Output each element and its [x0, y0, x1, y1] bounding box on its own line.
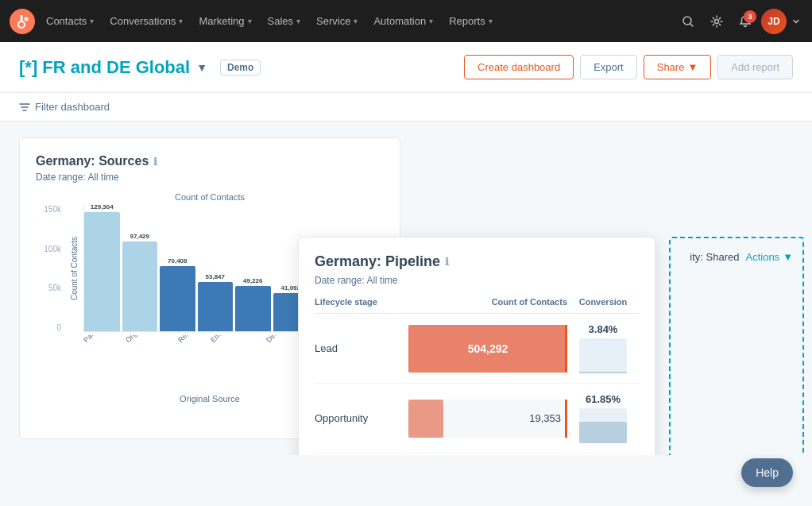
nav-chevron: ▾	[248, 17, 252, 25]
bar-col-3[interactable]: 53,847	[198, 273, 234, 331]
sources-info-icon[interactable]: ℹ	[153, 156, 157, 168]
pipeline-chart-title: Germany: Pipeline ℹ	[315, 253, 639, 270]
col-count: Count of Contacts	[408, 294, 567, 314]
page-title: [*] FR and DE Global ▼ Demo	[19, 57, 261, 78]
col-conversion: Conversion	[567, 294, 639, 314]
hubspot-logo[interactable]	[10, 9, 35, 34]
page-title-text: [*] FR and DE Global	[19, 57, 190, 78]
add-report-button[interactable]: Add report	[717, 55, 793, 79]
main-content: ity: Shared Actions ▼ Germany: Sources ℹ…	[0, 122, 812, 455]
page-title-dropdown[interactable]: ▼	[196, 61, 207, 74]
pipeline-row-0: Lead504,2923.84%	[315, 314, 639, 384]
nav-chevron: ▾	[489, 17, 493, 25]
nav-chevron: ▾	[429, 17, 433, 25]
filter-dashboard-button[interactable]: Filter dashboard	[19, 101, 110, 113]
nav-item-marketing[interactable]: Marketing▾	[191, 10, 259, 32]
bar-col-4[interactable]: 49,226	[235, 277, 271, 331]
share-button[interactable]: Share ▼	[644, 55, 712, 79]
svg-point-1	[25, 17, 27, 19]
nav-container: Contacts▾Conversations▾Marketing▾Sales▾S…	[38, 10, 501, 32]
header-actions: Create dashboard Export Share ▼ Add repo…	[464, 55, 793, 79]
pipeline-table: Lifecycle stage Count of Contacts Conver…	[315, 294, 639, 455]
col-lifecycle: Lifecycle stage	[315, 294, 408, 314]
demo-badge: Demo	[220, 60, 261, 75]
pipeline-chart-card: Germany: Pipeline ℹ Date range: All time…	[298, 237, 655, 455]
navbar: Contacts▾Conversations▾Marketing▾Sales▾S…	[0, 0, 812, 42]
nav-chevron: ▾	[354, 17, 358, 25]
page-header: [*] FR and DE Global ▼ Demo Create dashb…	[0, 42, 812, 93]
nav-icons: 3 JD	[675, 9, 802, 34]
bar-col-2[interactable]: 70,408	[160, 257, 195, 331]
pipeline-info-icon[interactable]: ℹ	[445, 256, 449, 268]
settings-icon[interactable]	[704, 9, 729, 34]
nav-item-reports[interactable]: Reports▾	[441, 10, 501, 32]
svg-line-3	[690, 23, 694, 26]
pipeline-date-range: Date range: All time	[315, 275, 639, 286]
pipeline-row-1: Opportunity19,35361.85%	[315, 384, 639, 454]
nav-chevron: ▾	[90, 17, 94, 25]
create-dashboard-button[interactable]: Create dashboard	[464, 55, 574, 79]
nav-item-sales[interactable]: Sales▾	[260, 10, 309, 32]
search-icon[interactable]	[675, 9, 701, 34]
notification-badge: 3	[744, 10, 756, 23]
notifications-icon[interactable]: 3	[733, 9, 758, 34]
nav-chevron: ▾	[179, 17, 183, 25]
right-panel-stub	[669, 237, 804, 455]
chart-count-label: Count of Contacts	[36, 192, 384, 202]
nav-item-conversations[interactable]: Conversations▾	[102, 10, 191, 32]
bar-col-0[interactable]: 129,304	[84, 203, 120, 331]
sources-date-range: Date range: All time	[36, 172, 384, 183]
nav-item-contacts[interactable]: Contacts▾	[38, 10, 102, 32]
subheader: Filter dashboard	[0, 93, 812, 122]
nav-chevron: ▾	[296, 17, 300, 25]
pipeline-row-2: Customer11,969	[315, 454, 639, 456]
y-axis-label: Count of Contacts	[70, 237, 79, 300]
user-menu-chevron[interactable]	[790, 9, 802, 34]
sources-chart-title: Germany: Sources ℹ	[36, 154, 384, 168]
nav-item-service[interactable]: Service▾	[308, 10, 365, 32]
nav-item-automation[interactable]: Automation▾	[365, 10, 441, 32]
export-button[interactable]: Export	[580, 55, 637, 79]
user-avatar[interactable]: JD	[761, 9, 787, 34]
bar-col-1[interactable]: 97,429	[122, 233, 158, 331]
svg-point-4	[715, 19, 719, 23]
